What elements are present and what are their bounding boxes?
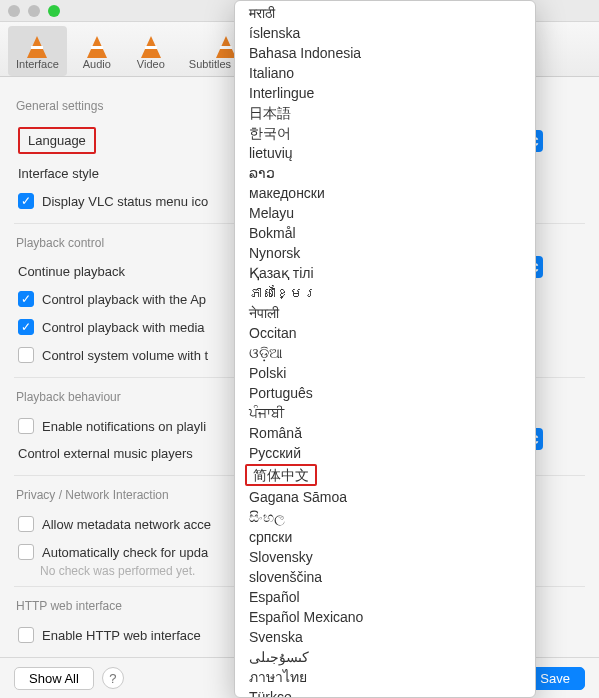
language-option[interactable]: Interlingue bbox=[235, 83, 535, 103]
tab-label: Video bbox=[137, 58, 165, 70]
cone-icon bbox=[81, 30, 113, 58]
language-option-highlighted[interactable]: 简体中文 bbox=[245, 464, 317, 486]
checkbox-icon[interactable] bbox=[18, 291, 34, 307]
language-label: Language bbox=[18, 127, 96, 154]
continue-playback-label: Continue playback bbox=[18, 264, 125, 279]
cone-icon bbox=[21, 30, 53, 58]
metadata-label: Allow metadata network acce bbox=[42, 517, 211, 532]
close-dot[interactable] bbox=[8, 5, 20, 17]
display-status-label: Display VLC status menu ico bbox=[42, 194, 208, 209]
language-option[interactable]: සිංහල bbox=[235, 507, 535, 527]
media-keys-label: Control playback with media bbox=[42, 320, 205, 335]
cone-icon bbox=[135, 30, 167, 58]
language-option[interactable]: 日本語 bbox=[235, 103, 535, 123]
language-option[interactable]: Gagana Sāmoa bbox=[235, 487, 535, 507]
tab-interface[interactable]: Interface bbox=[8, 26, 67, 76]
external-players-label: Control external music players bbox=[18, 446, 193, 461]
enable-http-label: Enable HTTP web interface bbox=[42, 628, 201, 643]
language-option[interactable]: Español bbox=[235, 587, 535, 607]
minimize-dot[interactable] bbox=[28, 5, 40, 17]
language-option[interactable]: Қазақ тілі bbox=[235, 263, 535, 283]
checkbox-icon[interactable] bbox=[18, 627, 34, 643]
language-option[interactable]: Bokmål bbox=[235, 223, 535, 243]
apple-remote-label: Control playback with the Ap bbox=[42, 292, 206, 307]
interface-style-label: Interface style bbox=[18, 166, 99, 181]
updates-label: Automatically check for upda bbox=[42, 545, 208, 560]
language-option[interactable]: ภาษาไทย bbox=[235, 667, 535, 687]
tab-video[interactable]: Video bbox=[127, 26, 175, 76]
language-option[interactable]: Español Mexicano bbox=[235, 607, 535, 627]
language-option[interactable]: íslenska bbox=[235, 23, 535, 43]
language-option[interactable]: српски bbox=[235, 527, 535, 547]
language-option[interactable]: Italiano bbox=[235, 63, 535, 83]
checkbox-icon[interactable] bbox=[18, 319, 34, 335]
language-dropdown[interactable]: मराठीíslenskaBahasa IndonesiaItalianoInt… bbox=[234, 0, 536, 698]
language-option[interactable]: Polski bbox=[235, 363, 535, 383]
language-option[interactable]: Bahasa Indonesia bbox=[235, 43, 535, 63]
checkbox-icon[interactable] bbox=[18, 516, 34, 532]
zoom-dot[interactable] bbox=[48, 5, 60, 17]
language-option[interactable]: Português bbox=[235, 383, 535, 403]
checkbox-icon[interactable] bbox=[18, 347, 34, 363]
checkbox-icon[interactable] bbox=[18, 544, 34, 560]
checkbox-icon[interactable] bbox=[18, 193, 34, 209]
checkbox-icon[interactable] bbox=[18, 418, 34, 434]
show-all-button[interactable]: Show All bbox=[14, 667, 94, 690]
language-option[interactable]: Türkçe bbox=[235, 687, 535, 698]
language-option[interactable]: Română bbox=[235, 423, 535, 443]
language-option[interactable]: lietuvių bbox=[235, 143, 535, 163]
language-option[interactable]: Slovensky bbox=[235, 547, 535, 567]
tab-label: Audio bbox=[83, 58, 111, 70]
tab-label: Interface bbox=[16, 58, 59, 70]
language-option[interactable]: मराठी bbox=[235, 3, 535, 23]
tab-audio[interactable]: Audio bbox=[73, 26, 121, 76]
language-option[interactable]: ភាសាខ្មែរ bbox=[235, 283, 535, 303]
notifications-label: Enable notifications on playli bbox=[42, 419, 206, 434]
language-option[interactable]: slovenščina bbox=[235, 567, 535, 587]
language-option[interactable]: македонски bbox=[235, 183, 535, 203]
language-option[interactable]: Русский bbox=[235, 443, 535, 463]
language-option[interactable]: ਪੰਜਾਬੀ bbox=[235, 403, 535, 423]
language-option[interactable]: Melayu bbox=[235, 203, 535, 223]
language-option[interactable]: ລາວ bbox=[235, 163, 535, 183]
language-option[interactable]: Svenska bbox=[235, 627, 535, 647]
language-option[interactable]: كىسۇجىلى bbox=[235, 647, 535, 667]
language-option[interactable]: 한국어 bbox=[235, 123, 535, 143]
language-option[interactable]: Nynorsk bbox=[235, 243, 535, 263]
help-button[interactable]: ? bbox=[102, 667, 124, 689]
language-option[interactable]: नेपाली bbox=[235, 303, 535, 323]
system-volume-label: Control system volume with t bbox=[42, 348, 208, 363]
language-option[interactable]: Occitan bbox=[235, 323, 535, 343]
language-option[interactable]: ଓଡ଼ିଆ bbox=[235, 343, 535, 363]
